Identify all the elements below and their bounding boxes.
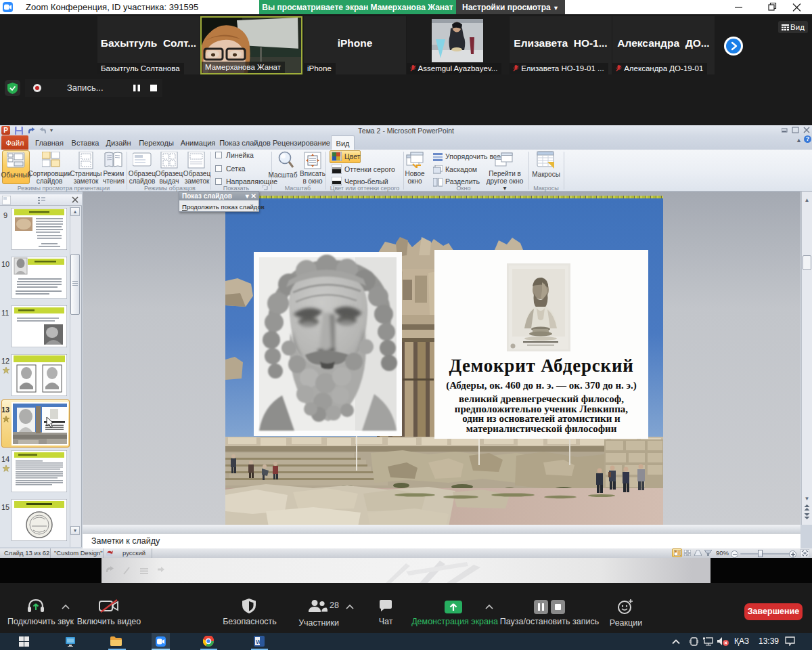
svg-text:W: W	[256, 638, 262, 645]
